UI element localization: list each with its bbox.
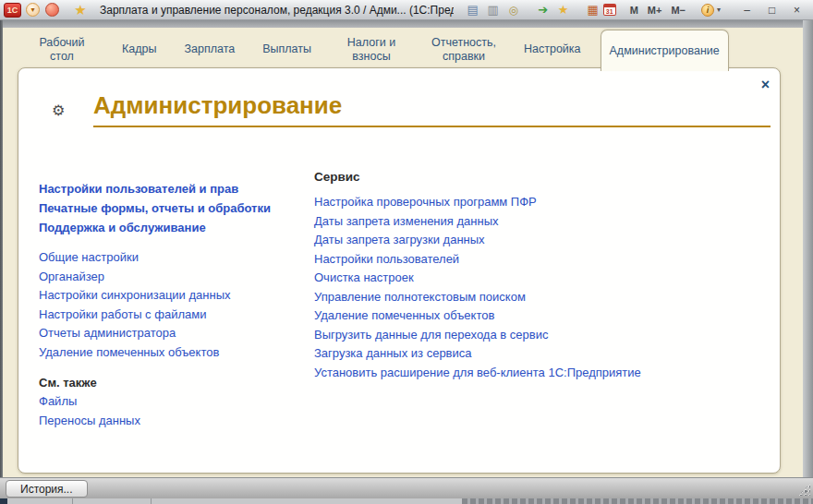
tab-label: Налоги и взносы [339, 36, 404, 64]
tab-label: Администрирование [610, 44, 720, 58]
memory-plus-icon[interactable]: M+ [643, 2, 667, 18]
tab[interactable]: Налоги и взносы [331, 28, 412, 71]
tab-label: Кадры [122, 42, 156, 56]
main-menu-button-icon[interactable]: ▾ [26, 3, 40, 17]
right-column: Сервис Настройка проверочных программ ПФ… [314, 170, 721, 382]
close-window-icon[interactable]: × [784, 2, 809, 18]
tab-bar: Рабочий столКадрыЗарплатаВыплатыНалоги и… [3, 28, 803, 71]
nav-link[interactable]: Отчеты администратора [39, 324, 176, 343]
nav-link[interactable]: Настройки работы с файлами [39, 306, 206, 325]
nav-link[interactable]: Файлы [39, 392, 77, 412]
app-logo-1c-icon[interactable]: 1С [4, 3, 21, 18]
tab-label: Отчетность, справки [431, 36, 496, 64]
nav-link[interactable]: Даты запрета изменения данных [314, 212, 498, 232]
tab-label: Рабочий стол [30, 36, 94, 64]
nav-link[interactable]: Настройки синхронизации данных [39, 286, 231, 306]
left-column: Настройки пользователей и правПечатные ф… [39, 179, 314, 430]
memory-icon[interactable]: M [625, 2, 643, 18]
page-title: Администрирование [93, 89, 771, 127]
service-menu-button-icon[interactable] [45, 3, 59, 17]
tab-label: Зарплата [184, 42, 235, 56]
taskbar-start-segment [0, 498, 7, 504]
administration-panel: ⚙ × Администрирование Настройки пользова… [18, 67, 781, 474]
status-bar: История... [0, 477, 813, 498]
history-button[interactable]: История... [6, 480, 88, 498]
save-icon[interactable]: ▤ [463, 2, 483, 18]
maximize-icon[interactable]: □ [759, 2, 784, 18]
info-icon[interactable]: i [701, 4, 714, 17]
primary-links: Настройки пользователей и правПечатные ф… [39, 179, 314, 237]
tab[interactable]: Выплаты [254, 28, 320, 71]
nav-link[interactable]: Органайзер [39, 268, 104, 287]
nav-link[interactable]: Даты запрета загрузки данных [314, 231, 485, 250]
print-icon[interactable]: ▥ [483, 2, 504, 18]
print-preview-icon[interactable]: ◎ [504, 2, 524, 18]
taskbar-separator [151, 498, 152, 504]
memory-minus-icon[interactable]: M− [666, 2, 690, 18]
titlebar-left-icons: 1С▾★ [4, 0, 91, 19]
window-chrome-strip [3, 20, 803, 28]
nav-link[interactable]: Поддержка и обслуживание [39, 218, 206, 237]
app-window: 1С▾★ Зарплата и управление персоналом, р… [0, 0, 813, 504]
resize-grip[interactable] [798, 484, 810, 496]
tab-label: Выплаты [262, 42, 311, 56]
window-controls: –□× [734, 0, 809, 19]
nav-link[interactable]: Очистка настроек [314, 269, 414, 288]
nav-link[interactable]: Настройки пользователей и прав [39, 179, 238, 198]
tab[interactable]: Отчетность, справки [423, 28, 504, 71]
nav-link[interactable]: Настройка проверочных программ ПФР [314, 193, 537, 212]
window-body: Рабочий столКадрыЗарплатаВыплатыНалоги и… [0, 20, 813, 504]
titlebar-toolbar: ▤▥◎➔★▦31MM+M−i▾ [463, 0, 723, 19]
nav-link[interactable]: Удаление помеченных объектов [39, 343, 219, 363]
workspace: Рабочий столКадрыЗарплатаВыплатыНалоги и… [3, 28, 803, 477]
nav-link[interactable]: Загрузка данных из сервиса [314, 344, 472, 364]
go-to-icon[interactable]: ➔ [533, 2, 553, 18]
nav-link[interactable]: Выгрузить данные для перехода в сервис [314, 326, 548, 345]
info-dropdown-icon[interactable]: ▾ [714, 2, 723, 18]
minimize-icon[interactable]: – [734, 2, 759, 18]
favorites-button-icon[interactable]: ★ [70, 2, 91, 18]
taskbar-separator [72, 498, 73, 504]
window-title: Зарплата и управление персоналом, редакц… [100, 4, 454, 17]
taskbar-icons-segment [462, 498, 813, 504]
gear-icon: ⚙ [52, 102, 65, 119]
tab[interactable]: Зарплата [176, 28, 243, 71]
tab[interactable]: Рабочий стол [21, 28, 103, 71]
nav-link[interactable]: Общие настройки [39, 248, 139, 268]
calendar-icon[interactable]: 31 [603, 4, 616, 16]
see-also-heading: См. также [39, 374, 314, 392]
see-also-links: ФайлыПереносы данных [39, 392, 314, 430]
nav-link[interactable]: Переносы данных [39, 412, 140, 431]
tab[interactable]: Кадры [114, 28, 164, 71]
nav-link[interactable]: Печатные формы, отчеты и обработки [39, 198, 271, 218]
tab[interactable]: Администрирование [601, 30, 729, 71]
taskbar-strip [0, 498, 813, 504]
titlebar: 1С▾★ Зарплата и управление персоналом, р… [0, 0, 813, 20]
tab[interactable]: Настройка [516, 28, 589, 71]
nav-link[interactable]: Удаление помеченных объектов [314, 306, 494, 326]
nav-link[interactable]: Управление полнотекстовым поиском [314, 288, 526, 307]
add-favorite-icon[interactable]: ★ [553, 2, 574, 18]
nav-link[interactable]: Настройки пользователей [314, 250, 459, 270]
nav-link[interactable]: Установить расширение для веб-клиента 1С… [314, 364, 641, 383]
calculator-icon[interactable]: ▦ [583, 2, 603, 18]
service-links: Настройка проверочных программ ПФРДаты з… [314, 193, 721, 382]
window-right-border [803, 20, 813, 477]
secondary-links: Общие настройкиОрганайзерНастройки синхр… [39, 248, 314, 362]
tab-label: Настройка [524, 42, 581, 56]
service-heading: Сервис [314, 170, 721, 185]
